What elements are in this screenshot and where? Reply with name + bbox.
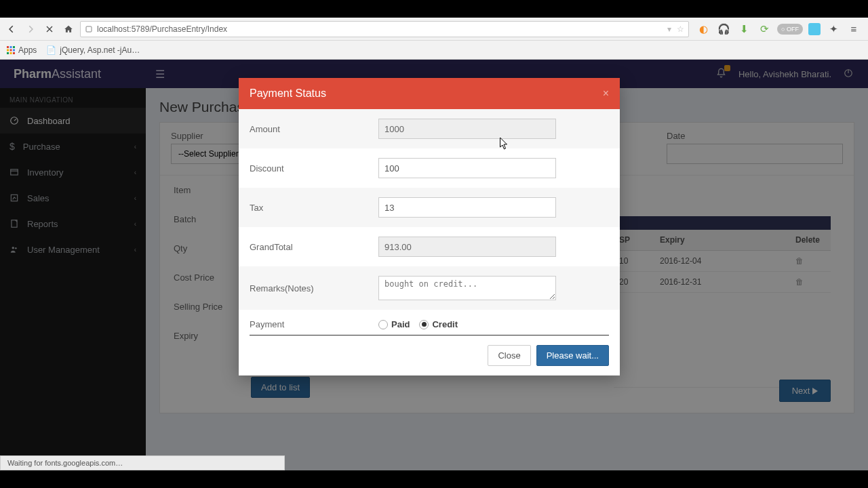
stop-icon[interactable] <box>42 22 57 37</box>
ext-icon-3[interactable]: ⬇ <box>736 22 751 37</box>
ext-icon-2[interactable]: 🎧 <box>716 22 731 37</box>
forward-icon[interactable] <box>23 22 38 37</box>
svg-rect-9 <box>13 52 15 54</box>
ext-icon-1[interactable]: ◐ <box>696 22 711 37</box>
url-bar[interactable]: localhost:5789/PurchaseEntry/Index ▾ ☆ <box>80 21 689 37</box>
home-icon[interactable] <box>61 22 76 37</box>
svg-rect-4 <box>7 49 9 51</box>
close-icon[interactable]: × <box>603 87 609 100</box>
discount-label: Discount <box>250 163 378 174</box>
dropdown-icon[interactable]: ▾ <box>667 24 671 34</box>
amount-input <box>378 119 556 139</box>
svg-rect-7 <box>7 52 9 54</box>
browser-status-bar: Waiting for fonts.googleapis.com… <box>0 455 285 470</box>
svg-rect-1 <box>7 46 9 48</box>
svg-rect-5 <box>10 49 12 51</box>
back-icon[interactable] <box>4 22 19 37</box>
svg-rect-8 <box>10 52 12 54</box>
grandtotal-input <box>378 237 556 257</box>
payment-credit-radio[interactable]: Credit <box>419 319 458 329</box>
apps-bookmark[interactable]: Apps <box>7 45 37 55</box>
ext-icon-4[interactable]: ⟳ <box>757 22 772 37</box>
svg-rect-3 <box>13 46 15 48</box>
browser-toolbar: localhost:5789/PurchaseEntry/Index ▾ ☆ ◐… <box>0 18 868 41</box>
payment-status-modal: Payment Status × Amount Discount Tax Gra… <box>239 78 620 375</box>
url-text: localhost:5789/PurchaseEntry/Index <box>97 24 227 34</box>
ext-icon-5[interactable] <box>808 23 821 35</box>
ext-icon-6[interactable]: ✦ <box>826 22 841 37</box>
close-button[interactable]: Close <box>488 345 530 366</box>
discount-input[interactable] <box>378 158 556 178</box>
browser-bookmarks: Apps 📄 jQuery, Asp.net -jAu… <box>0 41 868 60</box>
tax-input[interactable] <box>378 197 556 218</box>
ext-toggle[interactable]: ○ OFF <box>777 24 803 35</box>
remarks-label: Remarks(Notes) <box>250 283 378 293</box>
tax-label: Tax <box>250 203 378 213</box>
star-icon[interactable]: ☆ <box>677 24 684 34</box>
menu-icon[interactable]: ≡ <box>846 22 861 37</box>
submit-button[interactable]: Please wait... <box>536 345 609 366</box>
payment-paid-radio[interactable]: Paid <box>378 319 410 329</box>
modal-title: Payment Status <box>250 87 326 100</box>
svg-rect-2 <box>10 46 12 48</box>
payment-label: Payment <box>250 319 378 329</box>
amount-label: Amount <box>250 124 378 134</box>
svg-rect-6 <box>13 49 15 51</box>
remarks-textarea[interactable] <box>378 276 556 300</box>
jquery-bookmark[interactable]: 📄 jQuery, Asp.net -jAu… <box>46 45 140 55</box>
grandtotal-label: GrandTotal <box>250 242 378 252</box>
svg-rect-0 <box>86 26 92 32</box>
